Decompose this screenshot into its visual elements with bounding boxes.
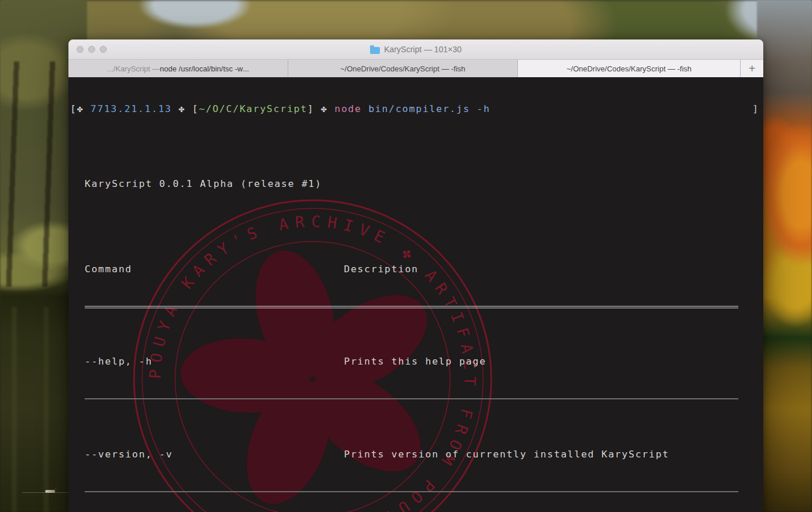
column-header-description: Description xyxy=(344,262,738,277)
prompt-segment: bin/compiler.js -h xyxy=(361,103,490,114)
terminal-content[interactable]: POUYA KARY'S ARCHIVE ✤ ARTIFACT FROM POU… xyxy=(68,77,763,512)
cell-description: Prints version of currently installed Ka… xyxy=(344,447,738,462)
tab-fish-1[interactable]: ~/OneDrive/Codes/KaryScript — -fish xyxy=(288,60,518,77)
window-title: KaryScript — 101×30 xyxy=(384,45,461,54)
tab-bar: .../KaryScript — node /usr/local/bin/tsc… xyxy=(68,60,763,77)
tab-label: ~/OneDrive/Codes/KaryScript — -fish xyxy=(567,64,692,73)
close-button[interactable] xyxy=(77,46,84,53)
duck-on-water xyxy=(45,490,55,493)
prompt-segment: ✤ xyxy=(314,103,335,114)
prompt-segment: ✤ xyxy=(172,103,192,114)
tab-tsc-watch[interactable]: .../KaryScript — node /usr/local/bin/tsc… xyxy=(68,60,288,77)
wallpaper-right-autumn-tree xyxy=(757,0,812,512)
tab-label-prefix: .../KaryScript — xyxy=(107,64,160,73)
row-separator xyxy=(70,398,763,413)
prompt-segment: ~/O/C/KaryScript xyxy=(199,103,307,114)
tab-fish-2-active[interactable]: ~/OneDrive/Codes/KaryScript — -fish xyxy=(518,60,741,77)
version-banner: KaryScript 0.0.1 Alpha (release #1) xyxy=(85,176,763,192)
cell-description: Prints this help page xyxy=(344,354,738,369)
cell-command: --help, -h xyxy=(85,354,344,369)
prompt-segment: node xyxy=(335,103,362,114)
commands-table-header: CommandDescription xyxy=(85,262,738,277)
new-tab-button[interactable]: + xyxy=(741,60,763,77)
table-header-separator xyxy=(70,306,763,321)
prompt-line-executed: [✤ 7713.21.1.13 ✤ [~/O/C/KaryScript] ✤ n… xyxy=(70,102,763,117)
table-row-help: --help, -hPrints this help page xyxy=(85,354,738,369)
table-row-version: --version, -vPrints version of currently… xyxy=(85,447,738,462)
folder-icon xyxy=(370,47,380,54)
title-area: KaryScript — 101×30 xyxy=(68,39,763,59)
window-titlebar[interactable]: KaryScript — 101×30 xyxy=(68,39,763,60)
prompt-segment: 7713.21.1.13 xyxy=(90,103,172,114)
traffic-lights xyxy=(77,39,107,59)
tab-label: ~/OneDrive/Codes/KaryScript — -fish xyxy=(340,64,466,73)
minimize-button[interactable] xyxy=(88,46,95,53)
row-separator xyxy=(70,491,763,506)
terminal-window: KaryScript — 101×30 .../KaryScript — nod… xyxy=(68,39,763,512)
prompt-segment: [✤ xyxy=(70,103,90,114)
prompt-segment: ] xyxy=(307,103,314,114)
tab-label-ellipsis: ... xyxy=(243,64,249,73)
prompt-right-bracket: ] xyxy=(752,102,759,117)
cell-command: --version, -v xyxy=(85,447,344,462)
zoom-button[interactable] xyxy=(100,46,107,53)
tab-label-command: node /usr/local/bin/tsc -w xyxy=(160,64,243,73)
terminal-screen: [✤ 7713.21.1.13 ✤ [~/O/C/KaryScript] ✤ n… xyxy=(68,77,763,512)
column-header-command: Command xyxy=(85,262,344,277)
prompt-segment: [ xyxy=(192,103,199,114)
